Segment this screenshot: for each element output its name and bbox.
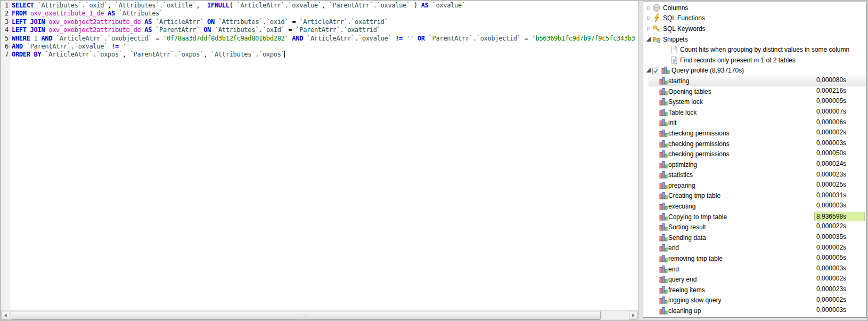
profile-stage-row[interactable]: executing0,000003s (643, 201, 866, 212)
lightning-icon (652, 14, 661, 22)
profile-stage-row[interactable]: System lock0,000005s (643, 97, 866, 107)
collapse-arrow-icon[interactable] (645, 67, 652, 74)
profile-stage-row[interactable]: checking permissions0,000002s (643, 128, 866, 139)
sql-token: `ParentAtrr` (155, 26, 200, 34)
sql-code-area[interactable]: SELECT `Attributes`.`oxid`, `Attributes`… (10, 1, 638, 310)
profile-duration: 0,000003s (814, 306, 865, 314)
scroll-right-button[interactable] (629, 311, 638, 320)
profile-stage-row[interactable]: query end0,000002s (643, 274, 866, 285)
sql-token: `ParentAtrr`.`oxvalue` (329, 2, 410, 9)
query-profile-checkbox[interactable] (652, 67, 659, 74)
profile-stage-row[interactable]: removing tmp table0,000005s (643, 253, 866, 264)
profile-stage-row[interactable]: Table lock0,000007s (643, 107, 866, 118)
snippet-item[interactable]: Find records only present in 1 of 2 tabl… (643, 55, 866, 66)
sql-token: oxv_oxobject2attribute_de (48, 18, 141, 26)
scrollbar-thumb[interactable] (11, 311, 601, 320)
sql-token: `ParentAtrr`.`oxpos` (130, 51, 204, 58)
profile-stage-row[interactable]: checking permissions0,000050s (643, 149, 866, 159)
profile-duration: 0,000025s (814, 180, 865, 189)
sql-token: AS (421, 2, 429, 9)
profile-stage-row[interactable]: Opening tables0,000216s (643, 86, 866, 97)
profile-stage-row[interactable]: Sorting result0,000022s (643, 222, 866, 232)
tree-item-sql-keywords[interactable]: SQL Keywords (643, 23, 866, 34)
profile-stage-row[interactable]: starting0,000080s (643, 76, 866, 86)
sql-editor-body[interactable]: 1234567 SELECT `Attributes`.`oxid`, `Att… (1, 1, 638, 310)
profile-stage-row[interactable]: checking permissions0,000003s (643, 139, 866, 149)
profile-stage-row[interactable]: end0,000003s (643, 264, 866, 275)
sql-token: AND (292, 35, 303, 42)
sql-token: , (203, 51, 211, 58)
bar-chart-icon (659, 191, 668, 200)
scroll-left-button[interactable] (1, 311, 10, 320)
tree-item-label: freeing items (668, 286, 705, 294)
sql-token: OR (417, 35, 425, 42)
profile-stage-row[interactable]: init0,000006s (643, 118, 866, 129)
profile-stage-row[interactable]: freeing items0,000023s (643, 285, 866, 295)
sql-token: `ArticleAtrr`.`oxvalue` (236, 2, 321, 9)
sql-token (34, 2, 38, 9)
sql-line: SELECT `Attributes`.`oxid`, `Attributes`… (12, 2, 638, 10)
sql-token: '' (406, 35, 414, 42)
tree-item-label: Count hits when grouping by distinct val… (680, 46, 849, 53)
sql-token: , (322, 2, 329, 9)
sql-token (215, 18, 218, 26)
profile-duration: 0,000002s (814, 128, 865, 137)
profile-duration: 0,000022s (814, 222, 865, 230)
tree-item-label: Query profile (8,937170s) (672, 67, 744, 74)
bar-chart-icon (659, 307, 668, 315)
sql-token (108, 43, 111, 50)
profile-duration: 8,936598s (814, 212, 865, 221)
line-number: 5 (1, 35, 9, 43)
horizontal-scrollbar[interactable] (1, 310, 638, 319)
line-number: 6 (1, 43, 9, 51)
profile-stage-row[interactable]: Sending data0,000035s (643, 232, 866, 243)
tree-item-sql-functions[interactable]: SQL Functions (643, 13, 866, 24)
bar-chart-icon (659, 223, 668, 231)
sql-token: = (152, 35, 163, 42)
snippet-item[interactable]: Count hits when grouping by distinct val… (643, 44, 866, 55)
sql-token (30, 35, 34, 42)
sql-token: oxv_oxattribute_1_de (30, 10, 104, 17)
sql-token: `Attributes`.`oxid` (218, 18, 289, 26)
sql-token: '0f78aa3d7ddf8d3b12fc9ad8016bd282' (163, 35, 288, 42)
profile-stage-row[interactable]: end0,000002s (643, 243, 866, 254)
sql-token (414, 35, 417, 42)
tree-item-query-profile-8-937170s[interactable]: Query profile (8,937170s) (643, 66, 866, 76)
profile-stage-row[interactable]: cleaning up0,000003s (643, 306, 866, 316)
sql-token: 'b56369b1fc9d7b97f9c5fc343b3 (532, 35, 635, 42)
profile-duration: 0,000031s (814, 191, 865, 199)
bar-chart-icon (659, 108, 668, 117)
sql-token: LEFT JOIN (12, 26, 45, 34)
sql-token: FROM (12, 10, 27, 17)
profile-stage-row[interactable]: optimizing0,000024s (643, 159, 866, 170)
profile-stage-row[interactable]: Creating tmp table0,000031s (643, 191, 866, 202)
sql-token: = (288, 18, 299, 26)
expand-arrow-icon[interactable] (645, 14, 652, 22)
profile-stage-row[interactable]: preparing0,000025s (643, 180, 866, 191)
tree-item-label: Sorting result (668, 223, 706, 231)
profile-stage-row[interactable]: Copying to tmp table8,936598s (643, 212, 866, 222)
profile-stage-row[interactable]: statistics0,000023s (643, 170, 866, 181)
profile-duration: 0,000024s (814, 159, 865, 168)
sql-editor[interactable]: 1234567 SELECT `Attributes`.`oxid`, `Att… (1, 1, 638, 319)
tree-item-label: preparing (668, 182, 695, 189)
profile-duration: 0,000006s (814, 118, 865, 126)
tree-item-snippets[interactable]: Snippets (643, 34, 866, 45)
sql-token: = (521, 35, 532, 42)
collapse-arrow-icon[interactable] (645, 36, 652, 43)
sql-token: , (196, 2, 207, 9)
tree-item-label: Snippets (663, 36, 688, 43)
document-icon (670, 56, 678, 65)
expand-arrow-icon[interactable] (645, 4, 652, 12)
profile-duration: 0,000050s (814, 149, 865, 157)
document-icon (670, 45, 678, 54)
tree-item-columns[interactable]: Columns (643, 3, 866, 13)
tree-item-label: end (668, 266, 679, 273)
text-caret (284, 51, 285, 58)
profile-stage-row[interactable]: logging slow query0,000002s (643, 295, 866, 306)
sql-token: , (108, 2, 115, 9)
bar-chart-icon (659, 181, 668, 190)
tree-item-label: Sending data (668, 234, 706, 242)
sql-token: `ParentAtrr`.`oxobjectid` (429, 35, 521, 42)
expand-arrow-icon[interactable] (645, 25, 652, 33)
